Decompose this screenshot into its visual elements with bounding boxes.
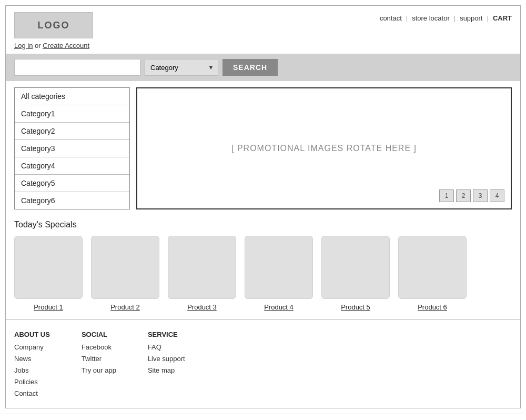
footer-about-title: ABOUT US [14, 331, 50, 338]
or-text: or [33, 42, 43, 49]
sidebar-item-category2[interactable]: Category2 [15, 123, 129, 140]
footer-service-title: SERVICE [148, 331, 185, 338]
search-input[interactable] [14, 59, 140, 76]
product-card-6[interactable]: Product 6 [398, 236, 467, 311]
top-nav: contact | store locator | support | CART [380, 12, 512, 22]
nav-sep-3: | [487, 14, 489, 22]
category-select[interactable]: Category Category1 Category2 Category3 C… [145, 59, 218, 76]
footer-social-facebook[interactable]: Facebook [82, 342, 116, 353]
sidebar-item-category3[interactable]: Category3 [15, 140, 129, 157]
footer-service-faq[interactable]: FAQ [148, 342, 185, 353]
category-select-wrapper: Category Category1 Category2 Category3 C… [145, 59, 218, 76]
product-image-3 [168, 236, 236, 299]
sidebar-item-category5[interactable]: Category5 [15, 175, 129, 192]
promo-dot-2[interactable]: 2 [456, 189, 471, 202]
footer-social-title: SOCIAL [82, 331, 116, 338]
page-wrapper: LOGO Log in or Create Account contact | … [5, 5, 521, 408]
footer-col-about: ABOUT US Company News Jobs Policies Cont… [14, 331, 50, 399]
specials-title: Today's Specials [14, 220, 512, 229]
create-account-link[interactable]: Create Account [43, 42, 89, 49]
product-image-2 [91, 236, 159, 299]
promo-dot-3[interactable]: 3 [473, 189, 488, 202]
search-bar: Category Category1 Category2 Category3 C… [6, 54, 520, 81]
footer-about-jobs[interactable]: Jobs [14, 365, 50, 376]
footer-about-company[interactable]: Company [14, 342, 50, 353]
product-image-5 [321, 236, 390, 299]
sidebar-item-category6[interactable]: Category6 [15, 192, 129, 209]
footer-about-contact[interactable]: Contact [14, 388, 50, 399]
product-name-3[interactable]: Product 3 [187, 303, 217, 311]
logo-area: LOGO Log in or Create Account [14, 12, 93, 49]
specials-grid: Product 1 Product 2 Product 3 Product 4 … [14, 236, 512, 311]
promo-banner: [ PROMOTIONAL IMAGES ROTATE HERE ] 1 2 3… [136, 87, 512, 209]
footer-columns: ABOUT US Company News Jobs Policies Cont… [14, 331, 512, 399]
copyright: copyright statement [0, 414, 526, 420]
footer-service-support[interactable]: Live support [148, 353, 185, 365]
specials-section: Today's Specials Product 1 Product 2 Pro… [6, 216, 520, 319]
nav-contact[interactable]: contact [380, 14, 402, 22]
product-card-5[interactable]: Product 5 [321, 236, 390, 311]
sidebar-item-all-categories[interactable]: All categories [15, 88, 129, 105]
product-name-1[interactable]: Product 1 [34, 303, 63, 311]
promo-dots: 1 2 3 4 [439, 189, 504, 202]
footer-social-app[interactable]: Try our app [82, 365, 116, 376]
footer-col-social: SOCIAL Facebook Twitter Try our app [82, 331, 116, 399]
search-button[interactable]: SEARCH [222, 59, 278, 76]
footer-about-policies[interactable]: Policies [14, 376, 50, 388]
sidebar-item-category1[interactable]: Category1 [15, 105, 129, 123]
product-card-2[interactable]: Product 2 [91, 236, 159, 311]
promo-dot-4[interactable]: 4 [490, 189, 504, 202]
footer-col-service: SERVICE FAQ Live support Site map [148, 331, 185, 399]
product-image-6 [398, 236, 467, 299]
product-card-1[interactable]: Product 1 [14, 236, 83, 311]
login-link[interactable]: Log in [14, 42, 33, 49]
product-name-2[interactable]: Product 2 [110, 303, 140, 311]
product-name-5[interactable]: Product 5 [341, 303, 370, 311]
footer-social-twitter[interactable]: Twitter [82, 353, 116, 365]
nav-store-locator[interactable]: store locator [412, 14, 450, 22]
main-content: All categories Category1 Category2 Categ… [6, 81, 520, 216]
sidebar-item-category4[interactable]: Category4 [15, 157, 129, 175]
footer-about-news[interactable]: News [14, 353, 50, 365]
nav-cart[interactable]: CART [493, 14, 512, 22]
promo-text: [ PROMOTIONAL IMAGES ROTATE HERE ] [231, 144, 417, 153]
footer-service-sitemap[interactable]: Site map [148, 365, 185, 376]
nav-sep-1: | [406, 14, 408, 22]
product-image-4 [245, 236, 313, 299]
product-card-3[interactable]: Product 3 [168, 236, 236, 311]
login-links: Log in or Create Account [14, 42, 89, 49]
product-name-4[interactable]: Product 4 [264, 303, 294, 311]
product-image-1 [14, 236, 83, 299]
nav-support[interactable]: support [460, 14, 482, 22]
sidebar: All categories Category1 Category2 Categ… [14, 87, 130, 209]
product-name-6[interactable]: Product 6 [418, 303, 447, 311]
promo-dot-1[interactable]: 1 [439, 189, 454, 202]
nav-sep-2: | [454, 14, 456, 22]
logo: LOGO [14, 12, 93, 38]
footer: ABOUT US Company News Jobs Policies Cont… [6, 320, 520, 408]
top-header: LOGO Log in or Create Account contact | … [6, 6, 520, 54]
product-card-4[interactable]: Product 4 [245, 236, 313, 311]
